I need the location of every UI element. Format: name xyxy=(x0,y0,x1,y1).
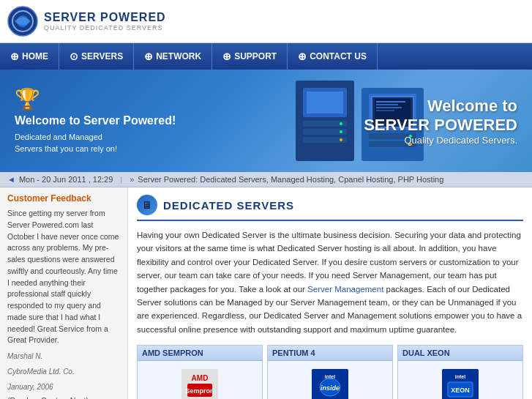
content-heading: DEDICATED SERVERS xyxy=(163,199,294,212)
contact-icon: ⊕ xyxy=(298,51,307,62)
logo-text: SERVER POWERED QUALITY DEDICATED SERVERS xyxy=(44,11,166,31)
banner-right-text: Welcome to SERVER POWERED Quality Dedica… xyxy=(364,97,517,146)
content-description: Having your own Dedicated Server is the … xyxy=(137,228,523,336)
sidebar-feedback-title: Customer Feedback xyxy=(7,193,120,204)
dedicated-servers-icon xyxy=(137,195,157,215)
nav-support-label: SUPPORT xyxy=(234,51,277,61)
pentium-card-title: PENTIUM 4 xyxy=(268,346,392,361)
main-content: Customer Feedback Since getting my serve… xyxy=(0,187,532,399)
intel-processor-badge: intel inside xyxy=(312,369,348,399)
sidebar: Customer Feedback Since getting my serve… xyxy=(0,187,128,399)
sidebar-feedback-author: Marshal N. xyxy=(7,351,120,362)
hero-banner: 🏆 Welcome to Server Powered! Dedicated a… xyxy=(0,70,532,172)
page-header: SERVER POWERED QUALITY DEDICATED SERVERS xyxy=(0,0,532,43)
home-icon: ⊕ xyxy=(10,51,19,62)
nav-servers[interactable]: ⊙ SERVERS xyxy=(59,43,134,70)
svg-text:AMD: AMD xyxy=(192,374,209,382)
logo-icon xyxy=(7,6,38,37)
nav-contact-label: CONTACT US xyxy=(310,51,367,61)
servers-icon: ⊙ xyxy=(70,51,78,62)
svg-text:intel: intel xyxy=(455,374,465,379)
xeon-card-icon: intel XEON xyxy=(438,367,482,399)
svg-point-9 xyxy=(340,122,342,125)
svg-text:XEON: XEON xyxy=(451,387,470,394)
svg-point-10 xyxy=(340,130,342,133)
amd-processor-badge: AMD Sempron xyxy=(181,369,218,399)
server-management-link[interactable]: Server Management xyxy=(307,285,383,294)
banner-left: 🏆 Welcome to Server Powered! Dedicated a… xyxy=(0,76,190,165)
breadcrumb-arrow-right: » xyxy=(130,175,134,184)
sidebar-feedback-date: January, 2006 xyxy=(7,381,120,392)
server-cards: AMD SEMPRON AMD Sempron AMD Sempron 3300… xyxy=(137,345,523,399)
sidebar-feedback-text: Since getting my server from Server Powe… xyxy=(7,208,120,346)
nav-home[interactable]: ⊕ HOME xyxy=(0,43,59,70)
server-card-pentium: PENTIUM 4 intel inside Intel Pentium 4 2… xyxy=(267,345,393,399)
navbar: ⊕ HOME ⊙ SERVERS ⊕ NETWORK ⊕ SUPPORT ⊕ C… xyxy=(0,43,532,70)
breadcrumb-date: Mon - 20 Jun 2011 , 12:29 xyxy=(19,175,113,184)
breadcrumb-path: Server Powered: Dedicated Servers, Manag… xyxy=(138,175,443,184)
xeon-processor-badge: intel XEON xyxy=(442,369,479,399)
support-icon: ⊕ xyxy=(222,51,231,62)
banner-right-heading: Welcome to xyxy=(364,97,517,116)
banner-trophy-icon: 🏆 xyxy=(15,87,176,111)
logo-title: SERVER POWERED xyxy=(44,11,166,24)
sidebar-feedback-section: Customer Feedback Since getting my serve… xyxy=(0,187,127,399)
server-card-amd: AMD SEMPRON AMD Sempron AMD Sempron 3300… xyxy=(137,345,263,399)
xeon-card-title: DUAL XEON xyxy=(398,346,522,361)
svg-rect-5 xyxy=(307,92,343,113)
server-card-xeon: DUAL XEON intel XEON Dual Intel Xeon 3.0… xyxy=(397,345,523,399)
nav-network-label: NETWORK xyxy=(156,51,201,61)
nav-support[interactable]: ⊕ SUPPORT xyxy=(212,43,288,70)
breadcrumb-separator: | xyxy=(120,175,122,184)
banner-subtext: Dedicated and Managed Servers that you c… xyxy=(15,132,132,154)
pentium-card-icon: intel inside xyxy=(308,367,352,399)
nav-home-label: HOME xyxy=(22,51,48,61)
network-icon: ⊕ xyxy=(144,51,153,62)
breadcrumb-arrow-left: ◄ xyxy=(7,175,15,184)
random-quotes-link[interactable]: (Random Quotes: Next) xyxy=(7,395,120,399)
banner-right-sub: Quality Dedicated Servers. xyxy=(364,135,517,146)
banner-right: Welcome to SERVER POWERED Quality Dedica… xyxy=(364,70,517,172)
banner-heading: Welcome to Server Powered! xyxy=(15,114,176,127)
svg-text:Sempron: Sempron xyxy=(185,387,214,395)
banner-right-brand: SERVER POWERED xyxy=(364,116,517,135)
logo-subtitle: QUALITY DEDICATED SERVERS xyxy=(44,24,166,31)
svg-text:inside: inside xyxy=(321,384,340,392)
main-content-area: DEDICATED SERVERS Having your own Dedica… xyxy=(128,187,532,399)
sidebar-feedback-company: CybroMedia Ltd. Co. xyxy=(7,366,120,377)
nav-servers-label: SERVERS xyxy=(81,51,123,61)
logo-area: SERVER POWERED QUALITY DEDICATED SERVERS xyxy=(7,6,166,37)
breadcrumb-bar: ◄ Mon - 20 Jun 2011 , 12:29 | » Server P… xyxy=(0,172,532,187)
content-title: DEDICATED SERVERS xyxy=(137,195,523,221)
content-body: Having your own Dedicated Server is the … xyxy=(137,228,523,336)
svg-point-11 xyxy=(340,138,342,141)
amd-card-icon: AMD Sempron xyxy=(178,367,222,399)
nav-network[interactable]: ⊕ NETWORK xyxy=(134,43,212,70)
nav-contact[interactable]: ⊕ CONTACT US xyxy=(288,43,378,70)
amd-card-title: AMD SEMPRON xyxy=(138,346,262,361)
